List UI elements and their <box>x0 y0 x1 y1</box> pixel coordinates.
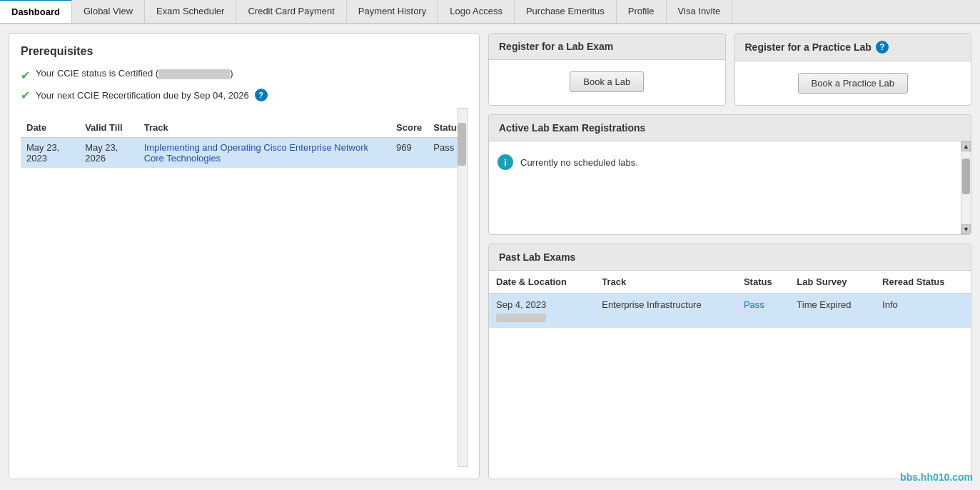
tab-exam-scheduler[interactable]: Exam Scheduler <box>145 0 236 23</box>
ccie-status-text: Your CCIE status is Certified () <box>36 68 233 79</box>
no-scheduled-labs-text: Currently no scheduled labs. <box>520 157 638 168</box>
tab-dashboard[interactable]: Dashboard <box>0 0 72 23</box>
register-practice-lab-card: Register for a Practice Lab ? Book a Pra… <box>734 33 972 106</box>
scroll-track <box>961 151 971 224</box>
past-col-lab-survey: Lab Survey <box>789 271 875 294</box>
past-table-header-row: Date & Location Track Status Lab Survey … <box>489 271 971 294</box>
prerequisites-title: Prerequisites <box>21 45 468 58</box>
redacted-value <box>158 69 230 79</box>
register-lab-exam-card: Register for a Lab Exam Book a Lab <box>488 33 726 106</box>
prerequisites-table-wrapper: Date Valid Till Track Score Status May 2… <box>21 108 468 467</box>
register-lab-exam-header: Register for a Lab Exam <box>489 34 725 60</box>
past-cell-status: Pass <box>737 294 789 328</box>
right-panel: Register for a Lab Exam Book a Lab Regis… <box>488 33 971 479</box>
cell-score: 969 <box>390 138 428 169</box>
active-lab-header: Active Lab Exam Registrations <box>489 115 971 141</box>
past-table-row: Sep 4, 2023 Enterprise Infrastructure Pa… <box>489 294 971 328</box>
past-date-text: Sep 4, 2023 <box>496 299 587 310</box>
register-practice-lab-body: Book a Practice Lab <box>735 61 971 105</box>
table-row: May 23, 2023 May 23, 2026 Implementing a… <box>21 138 468 169</box>
col-header-valid-till: Valid Till <box>79 118 138 138</box>
table-header-row: Date Valid Till Track Score Status <box>21 118 468 138</box>
recert-row: ✔ Your next CCIE Recertification due by … <box>21 88 468 102</box>
register-lab-exam-title: Register for a Lab Exam <box>499 41 613 52</box>
checkmark-icon-2: ✔ <box>21 89 30 102</box>
active-lab-scrollbar[interactable]: ▲ ▼ <box>961 141 971 234</box>
info-icon-practice-lab[interactable]: ? <box>876 41 889 54</box>
register-row: Register for a Lab Exam Book a Lab Regis… <box>488 33 971 106</box>
tab-payment-history[interactable]: Payment History <box>347 0 438 23</box>
past-lab-header: Past Lab Exams <box>489 244 971 271</box>
past-lab-section: Past Lab Exams Date & Location Track Sta… <box>488 244 971 479</box>
no-data-row: i Currently no scheduled labs. <box>497 150 952 174</box>
past-col-track: Track <box>595 271 737 294</box>
cell-valid-till: May 23, 2026 <box>79 138 138 169</box>
register-practice-lab-header: Register for a Practice Lab ? <box>735 34 971 61</box>
past-col-date-location: Date & Location <box>489 271 595 294</box>
active-lab-body-wrapper: i Currently no scheduled labs. ▲ ▼ <box>489 141 971 234</box>
info-icon-recert[interactable]: ? <box>255 89 268 101</box>
active-lab-content: i Currently no scheduled labs. <box>489 141 961 234</box>
book-a-practice-lab-button[interactable]: Book a Practice Lab <box>798 73 908 94</box>
past-cell-lab-survey: Time Expired <box>789 294 875 328</box>
col-header-date: Date <box>21 118 79 138</box>
check-item-ccie-status: ✔ Your CCIE status is Certified () <box>21 68 468 82</box>
col-header-score: Score <box>390 118 428 138</box>
tab-visa-invite[interactable]: Visa Invite <box>667 0 733 23</box>
tab-profile[interactable]: Profile <box>617 0 667 23</box>
recert-text: Your next CCIE Recertification due by Se… <box>36 90 249 101</box>
register-lab-exam-body: Book a Lab <box>489 60 725 104</box>
info-circle-icon: i <box>497 154 513 170</box>
active-lab-card: Active Lab Exam Registrations i Currentl… <box>488 114 971 235</box>
past-cell-track: Enterprise Infrastructure <box>595 294 737 328</box>
past-lab-body: Date & Location Track Status Lab Survey … <box>489 271 971 479</box>
past-col-status: Status <box>737 271 789 294</box>
tab-global-view[interactable]: Global View <box>72 0 145 23</box>
scroll-arrow-down[interactable]: ▼ <box>961 224 971 234</box>
tab-purchase-emeritus[interactable]: Purchase Emeritus <box>515 0 617 23</box>
main-content: Prerequisites ✔ Your CCIE status is Cert… <box>0 24 980 488</box>
cell-date: May 23, 2023 <box>21 138 79 169</box>
tab-logo-access[interactable]: Logo Access <box>438 0 515 23</box>
tab-bar: Dashboard Global View Exam Scheduler Cre… <box>0 0 980 24</box>
past-col-reread-status: Reread Status <box>875 271 971 294</box>
prerequisites-table: Date Valid Till Track Score Status May 2… <box>21 118 468 168</box>
scroll-thumb[interactable] <box>962 159 970 194</box>
past-cell-reread-status: Info <box>875 294 971 328</box>
scrollbar[interactable] <box>458 108 468 467</box>
past-lab-table: Date & Location Track Status Lab Survey … <box>489 271 971 328</box>
col-header-track: Track <box>138 118 390 138</box>
tab-credit-card-payment[interactable]: Credit Card Payment <box>236 0 346 23</box>
checkmark-icon-1: ✔ <box>21 69 30 82</box>
scroll-arrow-up[interactable]: ▲ <box>961 141 971 151</box>
past-location-redacted <box>496 314 546 322</box>
book-a-lab-button[interactable]: Book a Lab <box>570 71 644 92</box>
cell-track: Implementing and Operating Cisco Enterpr… <box>138 138 390 169</box>
scrollbar-thumb[interactable] <box>458 123 466 166</box>
past-cell-date-location: Sep 4, 2023 <box>489 294 595 328</box>
prerequisites-panel: Prerequisites ✔ Your CCIE status is Cert… <box>9 33 480 479</box>
register-practice-lab-title: Register for a Practice Lab <box>745 41 872 53</box>
